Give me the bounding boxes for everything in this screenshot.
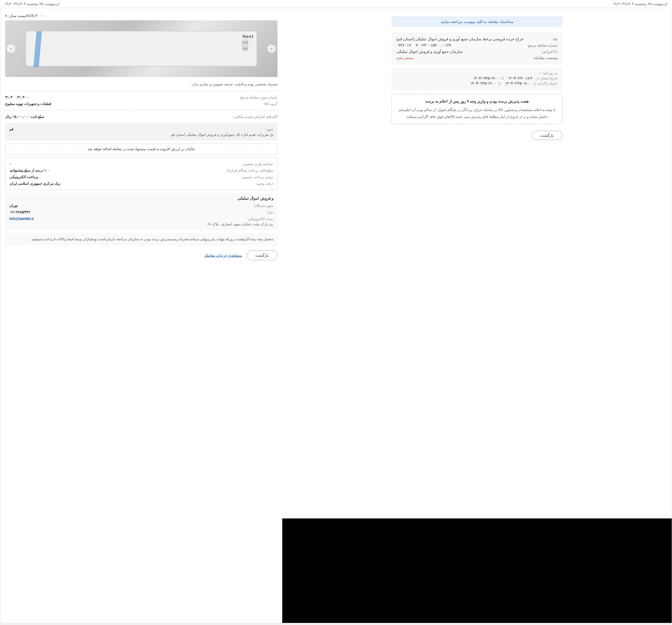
left-panel: مه/استاد معامله به کلید پیوست مراجعه نما… <box>282 8 672 623</box>
topbar-left-time: ۱۹:۳۰:۳۱ <box>5 2 18 6</box>
price-step-value: مبلغ ثابت ۱۵،۰۰۰،۰۰۰ ریال <box>5 115 44 119</box>
contact-city-row: شهر دستگاه: تهران <box>9 202 273 209</box>
image-next-arrow[interactable]: › <box>7 45 15 53</box>
price-note-text: مالیات بر ارزش افزوده به قیمت پیشنهاد شد… <box>88 147 195 151</box>
ac-unit: Next SLEEP RUN <box>25 31 257 67</box>
transaction-title-value: حراج خرده فروشی برخط سازمان جمع آوری و ف… <box>396 37 524 41</box>
dates-section: به روزنامه: - تاریخ انتشار از: ۱۴۰۳/۰۲/۲… <box>391 68 562 91</box>
main-layout: مه/استاد معامله به کلید پیوست مراجعه نما… <box>0 8 672 623</box>
top-bar: اردیبهشت ۲۵ پنجشنبه ۱۴۰۳ | ۱۹:۳۰:۳۱ اردی… <box>0 0 672 8</box>
topbar-separator1: | <box>626 2 627 6</box>
black-overlay <box>282 519 672 623</box>
price-step-label: گام های افزایش قیمت پلکانی: <box>233 115 278 119</box>
ref-number-label: شماره مورد معامله مرجع: <box>240 95 278 99</box>
note-text: محصل وجه وحداکثرهشت روزکه مهلت واریزبهای… <box>31 237 273 241</box>
guarantee-section: شناسه واریز تضمین: - مبلغ قابل پرداخت هن… <box>5 157 278 190</box>
payment-percent-value: ۱۰۰ درصد از مبلغ پیشنهادی <box>9 168 49 173</box>
notice-text: مه/استاد معامله به کلید پیوست مراجعه نما… <box>440 19 513 24</box>
notice-box: مه/استاد معامله به کلید پیوست مراجعه نما… <box>391 17 562 27</box>
payment-method-value: پرداخت الکترونیکی <box>9 175 38 179</box>
price-step-row: گام های افزایش قیمت پلکانی: مبلغ ثابت ۱۵… <box>5 114 278 120</box>
product-image-wrap: Next SLEEP RUN ‹ › <box>5 20 278 77</box>
transaction-ref-value: ۰۳۳۶۰۱۹ <box>396 43 411 47</box>
transaction-number-row: نله: حراج خرده فروشی برخط سازمان جمع آور… <box>396 36 558 42</box>
contact-phone-row: نماز: ۰۲۱-۲۷۶۵۳۳۲۲ <box>9 209 273 216</box>
org-value: یل تعزیرات فديم اداره کل جمع آوری و فروش… <box>171 132 273 137</box>
divider2 <box>5 110 278 110</box>
bidding-from-row: تاریخ برگزاری از: ۱۴۰۳/۰۲/۲۵-۰۸:۰۰ تا: ۱… <box>396 81 558 85</box>
status-label: وضعیت معامله: <box>533 55 558 60</box>
contact-org: و فروش اموال تملیکی <box>9 196 273 201</box>
image-prev-arrow[interactable]: ‹ <box>267 45 276 53</box>
org-row: یل تعزیرات فديم اداره کل جمع آوری و فروش… <box>9 132 273 137</box>
guarantee-row: شناسه واریز تضمین: - <box>9 160 273 167</box>
goods-group-label: گروه کالا: <box>263 102 278 106</box>
transaction-number-label2: شماره معامله مرجع: <box>527 43 558 47</box>
goods-group-row: گروه کالا: قطعات و تجهیزات تهویه مطبوع <box>5 101 278 107</box>
contact-phone-value: ۰۲۱-۲۷۶۵۳۳۲۲ <box>9 210 30 214</box>
contact-email-label: پست الکترونیکی: <box>247 217 273 221</box>
contact-email-row: پست الکترونیکی: info@tamliki.ir <box>9 216 273 222</box>
details-button[interactable]: مشاهده جزئیات معامله <box>205 253 242 257</box>
topbar-left-date: اردیبهشت ۲۵ پنجشنبه ۱۴۰۳ <box>19 2 59 6</box>
publish-from-row: تاریخ انتشار از: ۱۴۰۳/۰۲/۲۰-۱۸:۳۰ تا: ۱۴… <box>396 76 558 80</box>
warning-box: هفت پذیرش برنده بودن و واریز وجه ۷ روز پ… <box>391 94 562 124</box>
status-value: منتشر شده <box>396 56 413 60</box>
bottom-actions: بازگشت مشاهده جزئیات معامله <box>5 250 278 260</box>
contact-phone-label: نماز: <box>266 210 273 214</box>
city-label: شهر: <box>265 127 273 131</box>
ac-sleep-btn: SLEEP <box>242 40 248 45</box>
daily-label: به روزنامه: <box>542 71 558 75</box>
back-button-right[interactable]: بازگشت <box>247 250 278 260</box>
bidding-from-label: تاریخ برگزاری از: <box>532 81 558 85</box>
warning-body: با توجه به اعلام مشخصات و تصاویر کالا در… <box>397 106 557 120</box>
payment-method-label: روش پرداخت تضمین: <box>241 175 273 179</box>
bidding-to-value: ۱۴۰۳/۰۲/۲۵-۱۹:۰۰ <box>471 81 496 85</box>
note-box: محصل وجه وحداکثرهشت روزکه مهلت واریزبهای… <box>5 233 278 246</box>
currency-row: ارقت وجوه ریک مرکزی جمهوری اسلامی ایران <box>9 180 273 187</box>
ref-number-value: ۳۱۰۳ <box>5 95 12 99</box>
topbar-right-time: ۱۹:۳۰:۳۱ <box>613 2 626 6</box>
bidding-to-label: تا: <box>498 81 501 85</box>
ref-number2-value: ۳۱۰۳۰۰۰ <box>17 95 29 99</box>
publish-from-label: تاریخ انتشار از: <box>535 76 558 80</box>
daily-row: به روزنامه: - <box>396 71 558 75</box>
goods-group-value: قطعات و تجهیزات تهویه مطبوع <box>5 102 51 106</box>
contact-section: و فروش اموال تملیکی شهر دستگاه: تهران نم… <box>5 193 278 230</box>
publish-from-value: ۱۴۰۳/۰۲/۲۰-۱۸:۳۰ <box>508 76 534 80</box>
contact-address-value: ری پارک ملت، خیابان شهید انصاری ، پلاک ۶… <box>207 222 273 226</box>
payment-method-row: روش پرداخت تضمین: پرداخت الکترونیکی <box>9 174 273 180</box>
guarantee-label: شناسه واریز تضمین: <box>242 162 273 166</box>
back-button-left[interactable]: بازگشت <box>532 131 562 140</box>
city-value: قم <box>9 127 14 131</box>
executor-value: سازمان جمع آوری و فروش اموال تملیکی <box>396 49 463 54</box>
payment-percent-label: مبلغ قابل پرداخت هنگام قرارداد: <box>225 168 273 173</box>
contact-city-label: شهر دستگاه: <box>254 204 273 208</box>
warning-title: هفت پذیرش برنده بودن و واریز وجه ۷ روز پ… <box>397 98 557 105</box>
ref-number-row: شماره مورد معامله مرجع: ۳۱۰۳۰۰۰ ۳۱۰۳ <box>5 94 278 101</box>
product-model: پست مدل: ۷AUS-۳۰۰۰۰ <box>5 14 278 18</box>
ac-brand-label: Next <box>242 34 254 39</box>
publish-to-label: تا: <box>501 76 504 80</box>
transaction-number-label: نله: <box>552 37 558 41</box>
currency-label: ارقت وجوه <box>257 181 273 186</box>
ac-controls: Next SLEEP RUN <box>242 34 254 51</box>
topbar-separator2: | <box>18 2 19 6</box>
currency-value: ریک مرکزی جمهوری اسلامی ایران <box>9 181 60 186</box>
contact-address-row: ری پارک ملت، خیابان شهید انصاری ، پلاک ۶… <box>9 222 273 226</box>
guarantee-value: - <box>9 162 11 166</box>
transaction-number-value: ۳۰۰۴۳۰۰۱۵۳۰۰۰۰۱۴۴ <box>416 43 451 47</box>
product-description: مصرف شخصی بوده و قابلیت عرضه عمومی و تجا… <box>5 81 278 87</box>
status-row: وضعیت معامله: منتشر شده <box>396 55 558 61</box>
right-panel: پست مدل: ۷AUS-۳۰۰۰۰ Next SLEEP RUN ‹ › <box>0 8 282 623</box>
bidding-from-value: ۱۴۰۳/۰۲/۲۵-۰۸:۰۰ <box>505 81 531 85</box>
daily-value: - <box>539 71 540 75</box>
blue-tape <box>33 31 42 67</box>
product-image: Next SLEEP RUN <box>5 20 278 77</box>
contact-email-value: info@tamliki.ir <box>9 217 34 221</box>
topbar-right-date: اردیبهشت ۲۵ پنجشنبه ۱۴۰۳ <box>627 2 667 6</box>
executor-row: دا اجرایی: سازمان جمع آوری و فروش اموال … <box>396 48 558 55</box>
city-row: شهر: قم <box>9 126 273 132</box>
transaction-ref-row: شماره معامله مرجع: ۳۰۰۴۳۰۰۱۵۳۰۰۰۰۱۴۴ ۰۳۳… <box>396 42 558 48</box>
contact-city-value: تهران <box>9 204 18 208</box>
